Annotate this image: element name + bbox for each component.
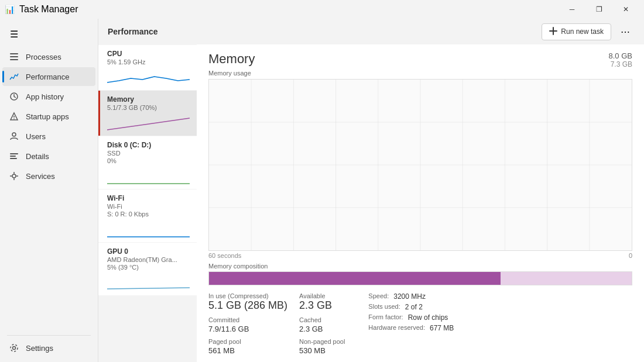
svg-point-17: [11, 344, 18, 351]
stat-available: Available 2.3 GB: [299, 292, 345, 312]
spec-slots: Slots used: 2 of 2: [368, 303, 454, 311]
services-icon: [9, 171, 19, 181]
wifi-name: Wi-Fi: [107, 194, 190, 202]
sidebar-item-processes[interactable]: Processes: [2, 47, 95, 66]
title-bar: 📊 Task Manager ─ ❐ ✕: [0, 0, 644, 19]
app-title: Task Manager: [19, 4, 78, 15]
sidebar-item-services-label: Services: [26, 172, 55, 181]
app-icon: 📊: [5, 5, 15, 14]
sidebar-item-services[interactable]: Services: [2, 167, 95, 185]
run-new-task-icon: [549, 27, 557, 37]
performance-icon: [9, 72, 19, 81]
processes-icon: [9, 52, 19, 61]
gpu-sub2: 5% (39 °C): [107, 264, 190, 271]
stat-paged-pool: Paged pool 561 MB: [208, 338, 287, 355]
sidebar-item-startup-apps[interactable]: Startup apps: [2, 107, 95, 126]
wifi-graph: [107, 220, 190, 237]
main-header-title: Performance: [108, 27, 158, 36]
window-controls: ─ ❐ ✕: [559, 0, 639, 19]
comp-bar-in-use: [209, 272, 501, 285]
device-item-wifi[interactable]: Wi-Fi Wi-Fi S: 0 R: 0 Kbps: [98, 189, 197, 242]
memory-composition-bar: [208, 271, 632, 285]
cpu-graph: [107, 68, 190, 85]
hamburger-menu[interactable]: ☰: [2, 22, 26, 46]
memory-name: Memory: [107, 95, 190, 104]
device-item-memory[interactable]: Memory 5.1/7.3 GB (70%): [98, 91, 197, 136]
sidebar-divider: [7, 335, 91, 336]
chart-seconds-row: 60 seconds 0: [208, 252, 632, 259]
hamburger-icon: ☰: [10, 29, 18, 40]
device-item-disk[interactable]: Disk 0 (C: D:) SSD 0%: [98, 136, 197, 189]
stat-non-paged-pool: Non-paged pool 530 MB: [299, 338, 345, 355]
close-button[interactable]: ✕: [612, 0, 639, 19]
cpu-sub: 5% 1.59 GHz: [107, 58, 190, 65]
sidebar-item-settings[interactable]: Settings: [2, 339, 95, 357]
disk-sub1: SSD: [107, 150, 190, 157]
sidebar-item-app-history[interactable]: App history: [2, 87, 95, 106]
app-history-icon: [9, 92, 19, 101]
disk-graph: [107, 167, 190, 184]
svg-point-7: [12, 133, 16, 136]
wifi-sub1: Wi-Fi: [107, 203, 190, 210]
stat-cached: Cached 2.3 GB: [299, 316, 345, 333]
svg-point-16: [13, 347, 16, 350]
memory-sub: 5.1/7.3 GB (70%): [107, 104, 190, 111]
spec-hw-reserved: Hardware reserved: 677 MB: [368, 324, 454, 332]
svg-rect-9: [10, 156, 16, 157]
run-new-task-button[interactable]: Run new task: [542, 23, 611, 40]
memory-detail: Memory 8.0 GB 7.3 GB Memory usage: [197, 44, 644, 362]
device-list: CPU 5% 1.59 GHz Memory 5.1/7.3 GB (70%): [98, 44, 197, 362]
svg-rect-8: [10, 153, 18, 154]
details-icon: [9, 151, 19, 161]
gpu-graph: [107, 273, 190, 291]
svg-rect-19: [553, 27, 554, 35]
memory-usage-sub: 7.3 GB: [609, 60, 632, 68]
device-item-cpu[interactable]: CPU 5% 1.59 GHz: [98, 45, 197, 90]
startup-icon: [9, 112, 19, 121]
gpu-sub1: AMD Radeon(TM) Gra...: [107, 256, 190, 263]
svg-rect-2: [10, 59, 18, 60]
sidebar-item-app-history-label: App history: [26, 92, 64, 101]
device-item-gpu[interactable]: GPU 0 AMD Radeon(TM) Gra... 5% (39 °C): [98, 243, 197, 295]
memory-title: Memory: [208, 51, 255, 67]
cpu-name: CPU: [107, 50, 190, 58]
sidebar-item-processes-label: Processes: [26, 53, 61, 61]
chart-seconds-label: 60 seconds: [208, 252, 241, 259]
main-content: Performance Run new task ⋯ CPU: [98, 19, 644, 362]
svg-point-11: [12, 174, 16, 178]
wifi-sub2: S: 0 R: 0 Kbps: [107, 211, 190, 218]
memory-usage-label: Memory usage: [208, 70, 632, 77]
stat-committed: Committed 7.9/11.6 GB: [208, 316, 287, 333]
memory-graph: [107, 113, 190, 131]
sidebar-item-users[interactable]: Users: [2, 127, 95, 146]
more-options-button[interactable]: ⋯: [616, 22, 635, 41]
sidebar-item-details[interactable]: Details: [2, 147, 95, 166]
performance-area: CPU 5% 1.59 GHz Memory 5.1/7.3 GB (70%): [98, 44, 644, 362]
sidebar-item-details-label: Details: [26, 152, 49, 161]
disk-sub2: 0%: [107, 157, 190, 164]
sidebar-item-performance[interactable]: Performance: [2, 67, 95, 86]
svg-rect-0: [10, 53, 18, 54]
disk-name: Disk 0 (C: D:): [107, 141, 190, 149]
maximize-button[interactable]: ❐: [585, 0, 612, 19]
sidebar-item-settings-label: Settings: [26, 344, 53, 353]
chart-zero-label: 0: [629, 252, 632, 259]
svg-point-6: [13, 118, 15, 119]
memory-chart: [208, 79, 632, 251]
gpu-name: GPU 0: [107, 247, 190, 256]
stat-in-use: In use (Compressed) 5.1 GB (286 MB): [208, 292, 287, 312]
spec-form-factor: Form factor: Row of chips: [368, 313, 454, 322]
sidebar-item-users-label: Users: [26, 132, 46, 141]
main-header: Performance Run new task ⋯: [98, 19, 644, 44]
memory-title-row: Memory 8.0 GB 7.3 GB: [208, 51, 632, 68]
sidebar-item-startup-label: Startup apps: [26, 112, 69, 121]
memory-composition-label: Memory composition: [208, 263, 632, 270]
users-icon: [9, 132, 19, 141]
minimize-button[interactable]: ─: [559, 0, 585, 19]
settings-icon: [9, 343, 19, 353]
memory-total: 8.0 GB: [609, 51, 632, 60]
more-options-icon: ⋯: [621, 26, 630, 37]
svg-rect-1: [10, 56, 18, 57]
comp-bar-available: [501, 272, 632, 285]
sidebar: ☰ Processes Performance App history Star: [0, 19, 98, 362]
